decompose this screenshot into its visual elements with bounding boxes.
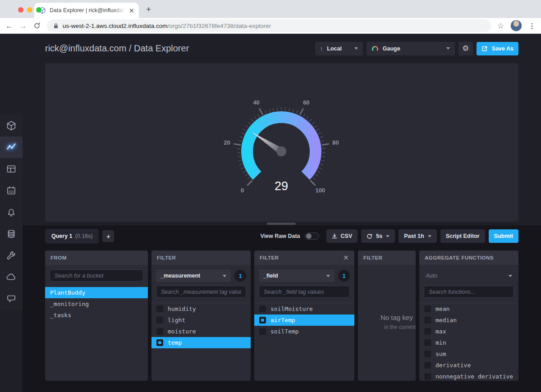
- empty-filter-card: FILTER No tag key in the current t: [358, 251, 416, 381]
- add-query-button[interactable]: +: [102, 230, 114, 242]
- query-toolbar: Query 1 (0.16s) + View Raw Data CSV: [45, 229, 518, 243]
- view-raw-toggle[interactable]: [305, 232, 319, 240]
- checkbox-unchecked[interactable]: [424, 317, 431, 324]
- list-item-label: soilMoisture: [270, 305, 313, 312]
- sidebar-item-load-data[interactable]: [0, 223, 23, 245]
- list-item-humidity[interactable]: humidity: [151, 303, 251, 315]
- address-bar[interactable]: us-west-2-1.aws.cloud2.influxdata.com/or…: [47, 19, 491, 32]
- save-as-button[interactable]: Save As: [477, 42, 518, 55]
- list-item-soilTemp[interactable]: soilTemp: [254, 326, 354, 337]
- chevron-down-icon: [428, 235, 431, 237]
- sidebar-item-data-explorer[interactable]: [0, 137, 23, 158]
- list-item-label: derivative: [436, 362, 471, 369]
- query-builder: FROM PlantBuddy_monitoring_tasks FILTER: [45, 251, 518, 381]
- reload-icon[interactable]: [33, 22, 41, 29]
- refresh-icon: [367, 233, 372, 239]
- list-item-mean[interactable]: mean: [419, 303, 518, 315]
- chevron-down-icon: [509, 275, 512, 277]
- close-icon[interactable]: ✕: [343, 254, 349, 262]
- app-viewport: rick@influxdata.com / Data Explorer ↑ Lo…: [0, 34, 541, 392]
- dashboards-icon: [6, 164, 17, 174]
- checkbox-unchecked[interactable]: [259, 328, 266, 335]
- download-icon: [332, 233, 337, 239]
- checkbox-unchecked[interactable]: [424, 373, 431, 380]
- sidebar-item-settings[interactable]: [0, 245, 23, 266]
- list-item-moisture[interactable]: moisture: [151, 326, 251, 337]
- time-range-dropdown[interactable]: Past 1h: [399, 229, 436, 243]
- minimize-window-button[interactable]: [27, 7, 32, 13]
- bucket-search-input[interactable]: [50, 269, 143, 282]
- list-item-light[interactable]: light: [151, 315, 251, 326]
- timezone-dropdown[interactable]: ↑ Local: [315, 42, 363, 55]
- main-content: rick@influxdata.com / Data Explorer ↑ Lo…: [23, 34, 541, 392]
- functions-search-input[interactable]: [424, 286, 514, 298]
- checkbox-unchecked[interactable]: [156, 305, 163, 312]
- list-item-PlantBuddy[interactable]: PlantBuddy: [45, 287, 148, 298]
- list-item-sum[interactable]: sum: [419, 348, 518, 360]
- profile-avatar[interactable]: [510, 20, 522, 32]
- checkbox-unchecked[interactable]: [424, 305, 431, 312]
- tag-key-dropdown[interactable]: _field: [259, 269, 335, 282]
- list-item-min[interactable]: min: [419, 337, 518, 348]
- sidebar-item-dashboards[interactable]: [0, 158, 23, 180]
- browser-menu-icon[interactable]: ⋮: [528, 22, 536, 30]
- checkbox-unchecked[interactable]: [424, 328, 431, 335]
- browser-tab[interactable]: Data Explorer | rick@influxdata ✕: [34, 3, 139, 18]
- database-icon: [6, 228, 17, 239]
- list-item-airTemp[interactable]: airTemp: [254, 315, 354, 326]
- sidebar-item-tasks[interactable]: [0, 180, 23, 201]
- csv-download-button[interactable]: CSV: [326, 229, 358, 243]
- checkbox-checked[interactable]: [156, 339, 163, 346]
- sidebar-item-alerts[interactable]: [0, 201, 23, 223]
- svg-text:0: 0: [241, 187, 244, 194]
- back-icon[interactable]: ←: [5, 22, 13, 30]
- sidebar-item-home[interactable]: [0, 115, 23, 137]
- visualization-type-dropdown[interactable]: Gauge: [367, 42, 455, 55]
- checkbox-checked[interactable]: [259, 317, 266, 324]
- submit-button[interactable]: Submit: [489, 229, 518, 243]
- card-header: FROM: [45, 251, 148, 265]
- close-window-button[interactable]: [18, 7, 23, 13]
- list-item-nonnegative-derivative[interactable]: nonnegative derivative: [419, 371, 518, 381]
- list-item-median[interactable]: median: [419, 315, 518, 326]
- csv-label: CSV: [341, 233, 353, 239]
- forward-icon[interactable]: →: [19, 22, 27, 30]
- field-search-input[interactable]: [259, 286, 350, 298]
- card-title: FILTER: [260, 255, 279, 260]
- maximize-window-button[interactable]: [36, 7, 41, 13]
- auto-refresh-label: 5s: [376, 233, 382, 239]
- checkbox-unchecked[interactable]: [156, 317, 163, 324]
- empty-state-message: No tag key in the current t: [358, 265, 416, 330]
- tab-close-icon[interactable]: ✕: [128, 7, 134, 14]
- list-item-_monitoring[interactable]: _monitoring: [45, 298, 148, 310]
- drag-handle[interactable]: [267, 223, 296, 225]
- list-item-soilMoisture[interactable]: soilMoisture: [254, 303, 354, 315]
- query-tab[interactable]: Query 1 (0.16s): [45, 229, 99, 243]
- checkbox-unchecked[interactable]: [424, 351, 431, 357]
- selected-count-badge: 1: [338, 270, 350, 282]
- new-tab-button[interactable]: +: [146, 5, 151, 14]
- chevron-down-icon: [223, 275, 226, 277]
- aggregate-mode-dropdown[interactable]: Auto: [424, 269, 514, 282]
- gauge-chart: 02040608010029: [45, 63, 518, 222]
- checkbox-unchecked[interactable]: [156, 328, 163, 335]
- script-editor-button[interactable]: Script Editor: [440, 229, 485, 243]
- bookmark-star-icon[interactable]: ☆: [497, 21, 504, 31]
- tag-key-dropdown[interactable]: _measurement: [156, 269, 231, 282]
- sidebar-item-feedback[interactable]: [0, 288, 23, 310]
- list-item-_tasks[interactable]: _tasks: [45, 310, 148, 321]
- list-item-derivative[interactable]: derivative: [419, 360, 518, 371]
- list-item-temp[interactable]: temp: [151, 337, 251, 348]
- customize-button[interactable]: ⚙: [458, 42, 473, 55]
- checkbox-unchecked[interactable]: [424, 362, 431, 369]
- browser-tab-strip: Data Explorer | rick@influxdata ✕ +: [0, 0, 541, 18]
- checkbox-unchecked[interactable]: [259, 305, 266, 312]
- list-item-max[interactable]: max: [419, 326, 518, 337]
- influxdb-logo-icon: [6, 120, 17, 131]
- checkbox-unchecked[interactable]: [424, 339, 431, 346]
- auto-refresh-dropdown[interactable]: 5s: [361, 229, 395, 243]
- measurement-search-input[interactable]: [156, 286, 246, 298]
- sidebar-item-cloud[interactable]: [0, 266, 23, 288]
- gear-icon: ⚙: [462, 44, 469, 53]
- visualization-type-label: Gauge: [383, 46, 400, 52]
